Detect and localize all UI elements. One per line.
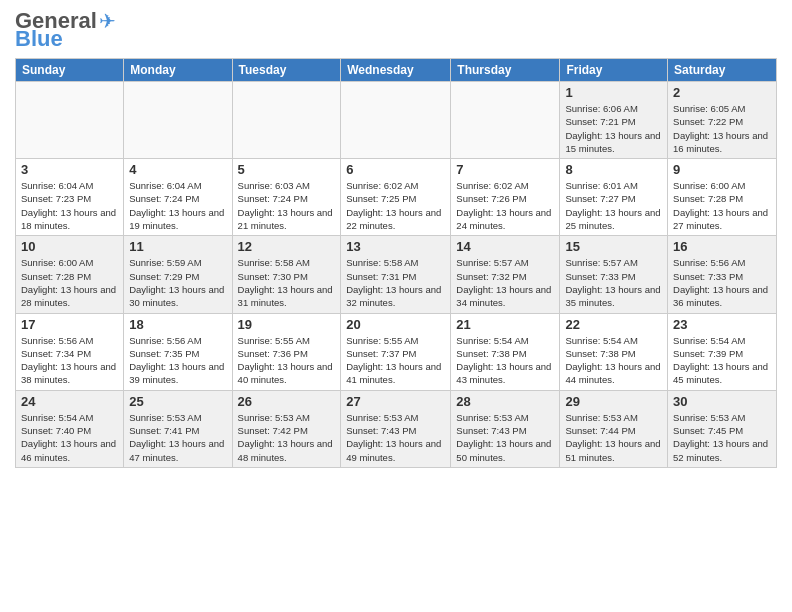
calendar-cell: 29Sunrise: 5:53 AM Sunset: 7:44 PM Dayli… bbox=[560, 390, 668, 467]
day-info: Sunrise: 5:53 AM Sunset: 7:45 PM Dayligh… bbox=[673, 411, 771, 464]
calendar-week-0: 1Sunrise: 6:06 AM Sunset: 7:21 PM Daylig… bbox=[16, 82, 777, 159]
day-number: 23 bbox=[673, 317, 771, 332]
calendar-cell: 27Sunrise: 5:53 AM Sunset: 7:43 PM Dayli… bbox=[341, 390, 451, 467]
day-info: Sunrise: 6:00 AM Sunset: 7:28 PM Dayligh… bbox=[21, 256, 118, 309]
day-info: Sunrise: 5:54 AM Sunset: 7:40 PM Dayligh… bbox=[21, 411, 118, 464]
calendar-cell bbox=[232, 82, 341, 159]
day-info: Sunrise: 6:02 AM Sunset: 7:25 PM Dayligh… bbox=[346, 179, 445, 232]
calendar-cell: 23Sunrise: 5:54 AM Sunset: 7:39 PM Dayli… bbox=[668, 313, 777, 390]
calendar-cell: 17Sunrise: 5:56 AM Sunset: 7:34 PM Dayli… bbox=[16, 313, 124, 390]
day-number: 6 bbox=[346, 162, 445, 177]
day-number: 19 bbox=[238, 317, 336, 332]
day-info: Sunrise: 5:53 AM Sunset: 7:43 PM Dayligh… bbox=[346, 411, 445, 464]
day-info: Sunrise: 5:57 AM Sunset: 7:32 PM Dayligh… bbox=[456, 256, 554, 309]
weekday-header-friday: Friday bbox=[560, 59, 668, 82]
calendar-cell bbox=[341, 82, 451, 159]
day-info: Sunrise: 5:54 AM Sunset: 7:38 PM Dayligh… bbox=[456, 334, 554, 387]
weekday-header-wednesday: Wednesday bbox=[341, 59, 451, 82]
weekday-header-sunday: Sunday bbox=[16, 59, 124, 82]
day-number: 29 bbox=[565, 394, 662, 409]
day-number: 10 bbox=[21, 239, 118, 254]
day-number: 24 bbox=[21, 394, 118, 409]
calendar-header-row: SundayMondayTuesdayWednesdayThursdayFrid… bbox=[16, 59, 777, 82]
day-info: Sunrise: 5:57 AM Sunset: 7:33 PM Dayligh… bbox=[565, 256, 662, 309]
day-number: 20 bbox=[346, 317, 445, 332]
day-number: 2 bbox=[673, 85, 771, 100]
day-number: 15 bbox=[565, 239, 662, 254]
day-number: 1 bbox=[565, 85, 662, 100]
day-info: Sunrise: 6:00 AM Sunset: 7:28 PM Dayligh… bbox=[673, 179, 771, 232]
bird-icon: ✈ bbox=[99, 11, 116, 31]
day-info: Sunrise: 5:54 AM Sunset: 7:39 PM Dayligh… bbox=[673, 334, 771, 387]
day-number: 4 bbox=[129, 162, 226, 177]
calendar-week-3: 17Sunrise: 5:56 AM Sunset: 7:34 PM Dayli… bbox=[16, 313, 777, 390]
day-info: Sunrise: 6:02 AM Sunset: 7:26 PM Dayligh… bbox=[456, 179, 554, 232]
calendar-cell: 9Sunrise: 6:00 AM Sunset: 7:28 PM Daylig… bbox=[668, 159, 777, 236]
day-info: Sunrise: 5:56 AM Sunset: 7:34 PM Dayligh… bbox=[21, 334, 118, 387]
calendar-cell: 20Sunrise: 5:55 AM Sunset: 7:37 PM Dayli… bbox=[341, 313, 451, 390]
day-info: Sunrise: 5:53 AM Sunset: 7:44 PM Dayligh… bbox=[565, 411, 662, 464]
day-info: Sunrise: 6:06 AM Sunset: 7:21 PM Dayligh… bbox=[565, 102, 662, 155]
day-info: Sunrise: 5:53 AM Sunset: 7:41 PM Dayligh… bbox=[129, 411, 226, 464]
calendar-week-1: 3Sunrise: 6:04 AM Sunset: 7:23 PM Daylig… bbox=[16, 159, 777, 236]
calendar-cell: 12Sunrise: 5:58 AM Sunset: 7:30 PM Dayli… bbox=[232, 236, 341, 313]
calendar-cell: 6Sunrise: 6:02 AM Sunset: 7:25 PM Daylig… bbox=[341, 159, 451, 236]
calendar-cell: 22Sunrise: 5:54 AM Sunset: 7:38 PM Dayli… bbox=[560, 313, 668, 390]
day-number: 12 bbox=[238, 239, 336, 254]
calendar-cell: 7Sunrise: 6:02 AM Sunset: 7:26 PM Daylig… bbox=[451, 159, 560, 236]
calendar-cell: 1Sunrise: 6:06 AM Sunset: 7:21 PM Daylig… bbox=[560, 82, 668, 159]
page-container: General ✈ Blue SundayMondayTuesdayWednes… bbox=[0, 0, 792, 478]
day-info: Sunrise: 5:54 AM Sunset: 7:38 PM Dayligh… bbox=[565, 334, 662, 387]
day-number: 17 bbox=[21, 317, 118, 332]
day-number: 16 bbox=[673, 239, 771, 254]
header: General ✈ Blue bbox=[15, 10, 777, 50]
calendar-cell: 4Sunrise: 6:04 AM Sunset: 7:24 PM Daylig… bbox=[124, 159, 232, 236]
calendar-cell: 19Sunrise: 5:55 AM Sunset: 7:36 PM Dayli… bbox=[232, 313, 341, 390]
calendar-cell: 13Sunrise: 5:58 AM Sunset: 7:31 PM Dayli… bbox=[341, 236, 451, 313]
logo-text: General ✈ Blue bbox=[15, 10, 116, 50]
day-info: Sunrise: 6:03 AM Sunset: 7:24 PM Dayligh… bbox=[238, 179, 336, 232]
day-number: 7 bbox=[456, 162, 554, 177]
day-info: Sunrise: 5:59 AM Sunset: 7:29 PM Dayligh… bbox=[129, 256, 226, 309]
calendar-cell: 2Sunrise: 6:05 AM Sunset: 7:22 PM Daylig… bbox=[668, 82, 777, 159]
calendar-cell: 8Sunrise: 6:01 AM Sunset: 7:27 PM Daylig… bbox=[560, 159, 668, 236]
day-info: Sunrise: 6:05 AM Sunset: 7:22 PM Dayligh… bbox=[673, 102, 771, 155]
calendar-cell: 21Sunrise: 5:54 AM Sunset: 7:38 PM Dayli… bbox=[451, 313, 560, 390]
day-info: Sunrise: 5:53 AM Sunset: 7:43 PM Dayligh… bbox=[456, 411, 554, 464]
day-number: 8 bbox=[565, 162, 662, 177]
day-number: 22 bbox=[565, 317, 662, 332]
day-number: 21 bbox=[456, 317, 554, 332]
day-info: Sunrise: 6:04 AM Sunset: 7:24 PM Dayligh… bbox=[129, 179, 226, 232]
calendar-cell: 5Sunrise: 6:03 AM Sunset: 7:24 PM Daylig… bbox=[232, 159, 341, 236]
day-info: Sunrise: 5:58 AM Sunset: 7:31 PM Dayligh… bbox=[346, 256, 445, 309]
day-number: 25 bbox=[129, 394, 226, 409]
day-info: Sunrise: 5:56 AM Sunset: 7:33 PM Dayligh… bbox=[673, 256, 771, 309]
day-info: Sunrise: 5:58 AM Sunset: 7:30 PM Dayligh… bbox=[238, 256, 336, 309]
calendar-week-2: 10Sunrise: 6:00 AM Sunset: 7:28 PM Dayli… bbox=[16, 236, 777, 313]
calendar-cell: 16Sunrise: 5:56 AM Sunset: 7:33 PM Dayli… bbox=[668, 236, 777, 313]
calendar-cell bbox=[16, 82, 124, 159]
day-number: 13 bbox=[346, 239, 445, 254]
calendar-cell: 26Sunrise: 5:53 AM Sunset: 7:42 PM Dayli… bbox=[232, 390, 341, 467]
day-number: 28 bbox=[456, 394, 554, 409]
calendar-cell: 10Sunrise: 6:00 AM Sunset: 7:28 PM Dayli… bbox=[16, 236, 124, 313]
day-number: 5 bbox=[238, 162, 336, 177]
day-number: 11 bbox=[129, 239, 226, 254]
day-info: Sunrise: 5:55 AM Sunset: 7:36 PM Dayligh… bbox=[238, 334, 336, 387]
day-number: 27 bbox=[346, 394, 445, 409]
day-number: 18 bbox=[129, 317, 226, 332]
day-number: 30 bbox=[673, 394, 771, 409]
calendar-cell: 3Sunrise: 6:04 AM Sunset: 7:23 PM Daylig… bbox=[16, 159, 124, 236]
logo: General ✈ Blue bbox=[15, 10, 116, 50]
day-number: 9 bbox=[673, 162, 771, 177]
calendar-cell: 14Sunrise: 5:57 AM Sunset: 7:32 PM Dayli… bbox=[451, 236, 560, 313]
weekday-header-monday: Monday bbox=[124, 59, 232, 82]
day-number: 3 bbox=[21, 162, 118, 177]
day-number: 26 bbox=[238, 394, 336, 409]
calendar-cell: 11Sunrise: 5:59 AM Sunset: 7:29 PM Dayli… bbox=[124, 236, 232, 313]
calendar-cell: 15Sunrise: 5:57 AM Sunset: 7:33 PM Dayli… bbox=[560, 236, 668, 313]
weekday-header-saturday: Saturday bbox=[668, 59, 777, 82]
calendar-cell bbox=[124, 82, 232, 159]
day-number: 14 bbox=[456, 239, 554, 254]
calendar-cell: 24Sunrise: 5:54 AM Sunset: 7:40 PM Dayli… bbox=[16, 390, 124, 467]
